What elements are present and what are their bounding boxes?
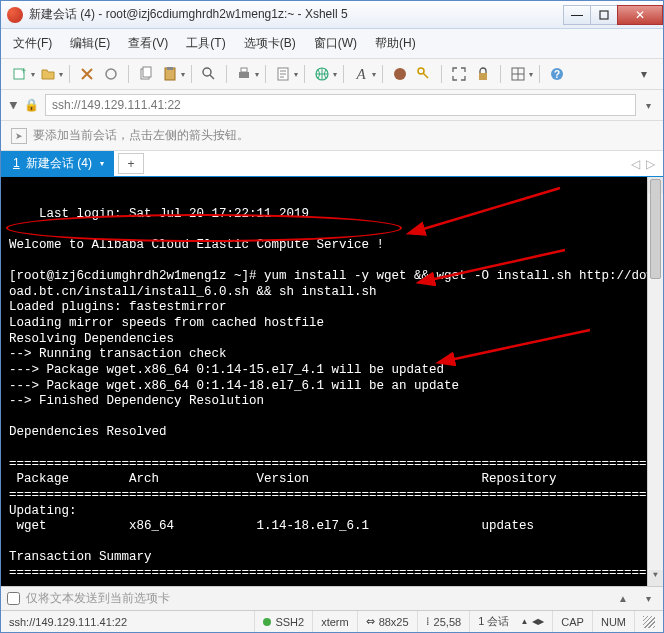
menu-window[interactable]: 窗口(W) <box>312 33 359 54</box>
session-tab[interactable]: 1 新建会话 (4) ▾ <box>1 151 114 176</box>
fullscreen-icon[interactable] <box>448 63 470 85</box>
dropdown-icon[interactable]: ▾ <box>372 70 376 79</box>
chevron-down-icon[interactable]: ▾ <box>642 100 655 111</box>
app-icon <box>7 7 23 23</box>
layout-icon[interactable] <box>507 63 529 85</box>
terminal-content: Last login: Sat Jul 20 17:22:11 2019 Wel… <box>9 207 663 580</box>
svg-point-3 <box>106 69 116 79</box>
status-cursor: ⁞ 25,58 <box>418 611 471 632</box>
titlebar: 新建会话 (4) - root@izj6cdiumghrdh2w1meng1z:… <box>1 1 663 29</box>
help-icon[interactable]: ? <box>546 63 568 85</box>
dropdown-icon[interactable]: ▾ <box>255 70 259 79</box>
svg-point-8 <box>203 68 211 76</box>
key-icon[interactable] <box>413 63 435 85</box>
menu-file[interactable]: 文件(F) <box>11 33 54 54</box>
address-bar: ⯆ 🔒 ▾ <box>1 90 663 121</box>
search-icon[interactable] <box>198 63 220 85</box>
send-bar: 仅将文本发送到当前选项卡 ▲ ▾ <box>1 586 663 610</box>
hint-text: 要添加当前会话，点击左侧的箭头按钮。 <box>33 127 249 144</box>
dropdown-icon[interactable]: ▾ <box>529 70 533 79</box>
globe-icon[interactable] <box>311 63 333 85</box>
menu-view[interactable]: 查看(V) <box>126 33 170 54</box>
svg-text:+: + <box>21 66 26 76</box>
status-proto: SSH2 <box>255 611 313 632</box>
minimize-button[interactable]: — <box>563 5 591 25</box>
menu-edit[interactable]: 编辑(E) <box>68 33 112 54</box>
address-input[interactable] <box>45 94 636 116</box>
add-tab-button[interactable]: + <box>118 153 144 174</box>
open-icon[interactable] <box>37 63 59 85</box>
svg-rect-9 <box>239 72 249 78</box>
status-size: ⇔ 88x25 <box>358 611 418 632</box>
tab-bar: 1 新建会话 (4) ▾ + ◁ ▷ <box>1 151 663 177</box>
send-dropdown-icon[interactable]: ▾ <box>640 593 657 604</box>
script-icon[interactable] <box>389 63 411 85</box>
scroll-down-icon[interactable]: ▼ <box>648 570 663 586</box>
svg-rect-7 <box>167 67 173 70</box>
svg-rect-0 <box>600 11 608 19</box>
resize-grip[interactable] <box>635 611 663 632</box>
dropdown-icon[interactable]: ▾ <box>100 159 104 168</box>
status-cap: CAP <box>553 611 593 632</box>
menu-tabs[interactable]: 选项卡(B) <box>242 33 298 54</box>
send-menu-icon[interactable]: ▲ <box>612 593 634 604</box>
copy-icon[interactable] <box>135 63 157 85</box>
svg-text:?: ? <box>554 69 560 80</box>
status-term: xterm <box>313 611 358 632</box>
status-bar: ssh://149.129.111.41:22 SSH2 xterm ⇔ 88x… <box>1 610 663 632</box>
scroll-thumb[interactable] <box>650 179 661 279</box>
toolbar-overflow-icon[interactable]: ▾ <box>633 63 655 85</box>
send-placeholder[interactable]: 仅将文本发送到当前选项卡 <box>26 590 606 607</box>
window-title: 新建会话 (4) - root@izj6cdiumghrdh2w1meng1z:… <box>29 6 564 23</box>
tab-prev-icon[interactable]: ◁ <box>631 157 640 171</box>
svg-point-13 <box>394 68 406 80</box>
status-sessions: 1 会话 ▲ ◀▶ <box>470 611 553 632</box>
lock-icon[interactable] <box>472 63 494 85</box>
dropdown-icon[interactable]: ▾ <box>333 70 337 79</box>
dropdown-icon[interactable]: ▾ <box>31 70 35 79</box>
dropdown-icon[interactable]: ▾ <box>181 70 185 79</box>
disconnect-icon[interactable] <box>100 63 122 85</box>
close-button[interactable]: ✕ <box>617 5 663 25</box>
new-session-icon[interactable]: + <box>9 63 31 85</box>
status-address: ssh://149.129.111.41:22 <box>1 611 255 632</box>
dropdown-icon[interactable]: ▾ <box>59 70 63 79</box>
add-session-icon[interactable]: ➤ <box>11 128 27 144</box>
svg-rect-5 <box>143 67 151 77</box>
maximize-button[interactable] <box>590 5 618 25</box>
reconnect-icon[interactable] <box>76 63 98 85</box>
send-checkbox[interactable] <box>7 592 20 605</box>
lock-icon: 🔒 <box>24 98 39 112</box>
svg-rect-10 <box>241 68 247 72</box>
hint-bar: ➤ 要添加当前会话，点击左侧的箭头按钮。 <box>1 121 663 151</box>
terminal[interactable]: Last login: Sat Jul 20 17:22:11 2019 Wel… <box>1 177 663 586</box>
tab-label: 新建会话 (4) <box>26 156 92 170</box>
tab-next-icon[interactable]: ▷ <box>646 157 655 171</box>
menu-tools[interactable]: 工具(T) <box>184 33 227 54</box>
properties-icon[interactable] <box>272 63 294 85</box>
status-dot-icon <box>263 618 271 626</box>
scrollbar[interactable]: ▲ ▼ <box>647 177 663 586</box>
paste-icon[interactable] <box>159 63 181 85</box>
menubar: 文件(F) 编辑(E) 查看(V) 工具(T) 选项卡(B) 窗口(W) 帮助(… <box>1 29 663 59</box>
svg-rect-15 <box>479 73 487 80</box>
menu-help[interactable]: 帮助(H) <box>373 33 418 54</box>
status-num: NUM <box>593 611 635 632</box>
dropdown-icon[interactable]: ⯆ <box>9 100 18 110</box>
toolbar: +▾ ▾ ▾ ▾ ▾ ▾ A▾ ▾ ? ▾ <box>1 59 663 90</box>
dropdown-icon[interactable]: ▾ <box>294 70 298 79</box>
print-icon[interactable] <box>233 63 255 85</box>
font-icon[interactable]: A <box>350 63 372 85</box>
